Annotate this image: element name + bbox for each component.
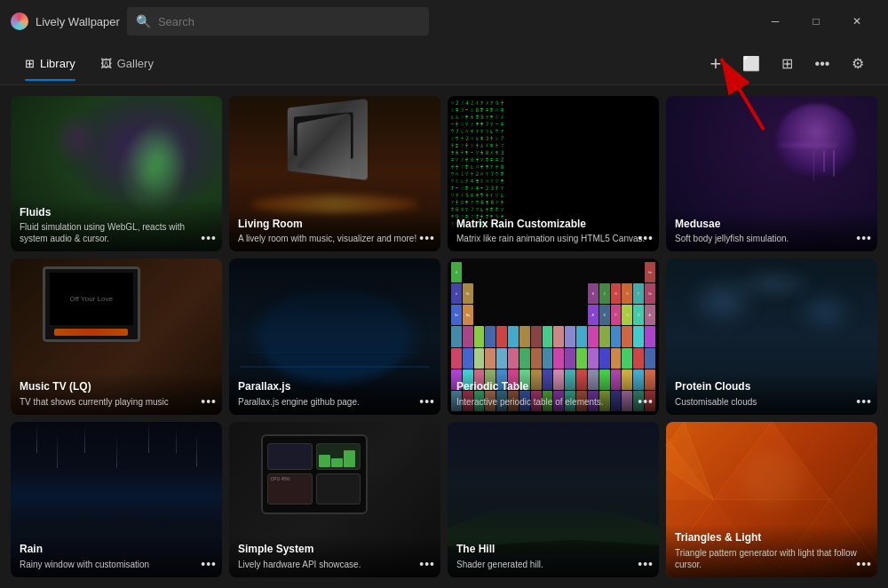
card-livingroom-title: Living Room [238,218,432,232]
library-tab[interactable]: ⊞ Library [14,52,86,75]
library-icon: ⊞ [25,57,35,70]
card-proteinclouds-desc: Customisable clouds [675,396,868,408]
card-musictv-more[interactable]: ••• [201,395,217,408]
card-parallax[interactable]: Parallax.js Parallax.js engine github pa… [229,258,440,414]
card-fluids-title: Fluids [20,206,213,220]
card-simplesystem[interactable]: CPU 45% Simple System Lively hardware AP… [229,422,440,577]
card-triangles-desc: Triangle pattern generator with light th… [675,547,868,570]
card-livingroom[interactable]: ▶ Living Room A lively room with music, … [229,96,440,251]
card-periodic[interactable]: H He Li Be B C N O F Ne Na Mg [448,258,659,414]
card-proteinclouds-more[interactable]: ••• [856,395,872,408]
card-simplesystem-desc: Lively hardware API showcase. [238,559,432,570]
maximize-button[interactable]: □ [796,7,836,36]
library-label: Library [40,57,75,70]
layout-button[interactable]: ⊞ [771,48,803,80]
card-rain-title: Rain [20,543,213,557]
card-musictv[interactable]: Off Your Love Music TV (LQ) TV that show… [11,258,222,414]
card-matrix[interactable]: ﾊﾐﾋｰｳｼﾅﾓﾆｻﾜﾂｵﾘｱﾎﾃﾏ 2ｺﾑﾅ7ﾜｴｶｿｻﾊﾐｰｱﾅ69ﾂ ﾉ3… [448,96,659,251]
search-input[interactable] [158,15,420,28]
card-fluids-more[interactable]: ••• [201,232,217,244]
card-triangles[interactable]: Triangles & Light Triangle pattern gener… [666,422,877,577]
wallpaper-grid: Fluids Fluid simulation using WebGL, rea… [0,85,888,588]
card-parallax-title: Parallax.js [238,380,432,394]
card-medusae-title: Medusae [675,218,868,232]
app-title: Lively Wallpaper [36,15,120,28]
card-medusae-desc: Soft body jellyfish simulation. [675,233,868,244]
card-matrix-title: Matrix Rain Customizable [456,218,650,232]
card-livingroom-desc: A lively room with music, visualizer and… [238,233,432,244]
card-triangles-title: Triangles & Light [675,531,868,545]
card-rain-more[interactable]: ••• [201,558,217,570]
minimize-button[interactable]: ─ [755,7,796,36]
card-thehill-desc: Shader generated hill. [456,559,650,570]
card-simplesystem-title: Simple System [238,543,432,557]
card-fluids-desc: Fluid simulation using WebGL, reacts wit… [20,221,213,244]
toolbar: ⊞ Library 🖼 Gallery + ⬜ ⊞ ••• ⚙ [0,43,888,85]
search-icon: 🔍 [136,14,151,28]
gallery-label: Gallery [117,57,154,70]
card-thehill-more[interactable]: ••• [638,558,654,570]
card-proteinclouds[interactable]: Protein Clouds Customisable clouds ••• [666,258,877,414]
card-rain-desc: Rainy window with customisation [20,559,213,570]
card-thehill-title: The Hill [456,543,650,557]
app-window: Lively Wallpaper 🔍 ─ □ ✕ ⊞ Library 🖼 Gal… [0,0,888,588]
search-box[interactable]: 🔍 [127,7,429,36]
card-triangles-more[interactable]: ••• [856,558,872,570]
card-medusae[interactable]: Medusae Soft body jellyfish simulation. … [666,96,877,251]
card-musictv-title: Music TV (LQ) [20,380,213,394]
window-controls: ─ □ ✕ [755,7,877,36]
card-periodic-title: Periodic Table [456,380,650,394]
card-proteinclouds-title: Protein Clouds [675,380,868,394]
card-fluids[interactable]: Fluids Fluid simulation using WebGL, rea… [11,96,222,251]
card-matrix-more[interactable]: ••• [638,232,654,244]
settings-button[interactable]: ⚙ [842,48,874,80]
add-wallpaper-button[interactable]: + [700,48,732,80]
card-rain[interactable]: Rain Rainy window with customisation ••• [11,422,222,577]
card-livingroom-more[interactable]: ••• [419,232,435,244]
toolbar-actions: + ⬜ ⊞ ••• ⚙ [700,48,874,80]
gallery-icon: 🖼 [100,57,112,70]
titlebar: Lively Wallpaper 🔍 ─ □ ✕ [0,0,888,43]
svg-point-12 [742,451,801,510]
monitor-button[interactable]: ⬜ [735,48,767,80]
card-medusae-more[interactable]: ••• [856,232,872,244]
card-musictv-desc: TV that shows currently playing music [20,396,213,408]
close-button[interactable]: ✕ [836,7,877,36]
card-parallax-more[interactable]: ••• [419,395,435,408]
card-periodic-more[interactable]: ••• [638,395,654,408]
card-thehill[interactable]: The Hill Shader generated hill. ••• [448,422,659,577]
card-periodic-desc: Interactive periodic table of elements. [456,396,650,408]
card-simplesystem-more[interactable]: ••• [419,558,435,570]
card-matrix-desc: Matrix like rain animation using HTML5 C… [456,233,650,244]
gallery-tab[interactable]: 🖼 Gallery [90,52,164,75]
card-parallax-desc: Parallax.js engine github page. [238,396,432,408]
app-logo [11,12,28,30]
more-options-button[interactable]: ••• [806,48,838,80]
